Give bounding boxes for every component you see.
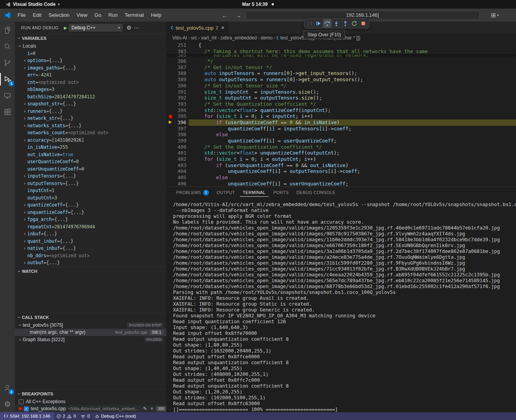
settings-gear-icon[interactable]: ⚙: [0, 396, 15, 412]
variable-row[interactable]: err = -4241: [15, 71, 166, 79]
search-icon[interactable]: [0, 38, 15, 55]
code-line[interactable]: 394 std::vector<float> quantizeCoeff(inp…: [167, 107, 516, 114]
variable-row[interactable]: out_isNative = true: [15, 151, 166, 158]
code-line[interactable]: 388 auto inputTensors = runners[0]->get_…: [167, 70, 516, 77]
variable-row[interactable]: inputCnt = 1: [15, 187, 166, 194]
start-debugging-button[interactable]: ▶: [64, 25, 67, 30]
restart-button[interactable]: [350, 19, 359, 28]
code-line[interactable]: 397 quantizeCoeff[i] = inputTensors[i]->…: [167, 126, 516, 132]
current-line-arrow-icon[interactable]: [167, 119, 175, 126]
run-and-debug-icon[interactable]: 1: [0, 71, 15, 87]
variable-row[interactable]: ›options = {...}: [15, 57, 166, 64]
code-line[interactable]: 389 auto outputTensors = runners[0]->get…: [167, 77, 516, 83]
code-line[interactable]: 406 unquantizeCoeff[i] = userUnquantizeC…: [167, 181, 516, 187]
variable-row[interactable]: ›accuracy = [1431802926]: [15, 137, 166, 144]
panel-tab-terminal[interactable]: TERMINAL: [240, 188, 269, 197]
source-control-icon[interactable]: [0, 55, 15, 71]
code-line[interactable]: 399 quantizeCoeff[i] = userQuantizeCoeff…: [167, 138, 516, 144]
code-line[interactable]: 405 else: [167, 174, 516, 181]
panel-tab-output[interactable]: OUTPUT: [214, 188, 238, 197]
breadcrumb-item[interactable]: src: [191, 35, 197, 41]
ports-status[interactable]: 0: [78, 412, 92, 420]
panel-tab-debug-console[interactable]: DEBUG CONSOLE: [293, 188, 339, 197]
variable-row[interactable]: ›inputTensors = {...}: [15, 173, 166, 180]
system-app-menu[interactable]: Visual Studio Code ▾: [5, 2, 60, 7]
code-line[interactable]: 391 size_t inputCnt = inputTensors.size(…: [167, 89, 516, 95]
code-line[interactable]: 390 /* Get in/out tensor size */: [167, 83, 516, 89]
remote-explorer-icon[interactable]: [0, 87, 15, 104]
variable-row[interactable]: nb_ddrs = <optimized out>: [15, 252, 166, 260]
variable-row[interactable]: ›quantizeCoeff = {...}: [15, 201, 166, 209]
forward-arrow-icon[interactable]: →: [236, 12, 241, 19]
variable-row[interactable]: ›images_paths = {...}: [15, 64, 166, 72]
breakpoint-dot-icon[interactable]: [167, 113, 175, 119]
continue-button[interactable]: [314, 19, 323, 28]
variable-row[interactable]: ›fpga_arch = {...}: [15, 216, 166, 223]
variables-section-header[interactable]: › VARIABLES: [15, 34, 166, 43]
edit-icon[interactable]: ✎: [142, 406, 148, 411]
stop-button[interactable]: [359, 19, 368, 28]
remote-indicator[interactable]: SSH: 192.168.1.146: [0, 412, 54, 420]
code-editor[interactable]: 385 variables that will be re-used regar…: [167, 52, 516, 187]
breakpoint-row[interactable]: All C++ Exceptions: [15, 398, 166, 405]
close-icon[interactable]: ×: [221, 25, 224, 31]
step-into-button[interactable]: [332, 19, 341, 28]
variable-row[interactable]: ›network_str = {...}: [15, 115, 166, 122]
call-stack-section-header[interactable]: › CALL STACK: [15, 313, 166, 322]
breakpoint-checkbox[interactable]: [19, 399, 24, 404]
more-actions-icon[interactable]: ⋯: [134, 25, 140, 31]
variable-row[interactable]: ›outputTensors = {...}: [15, 180, 166, 187]
layout-control[interactable]: ⊞ ▾: [491, 9, 499, 22]
call-stack-frame[interactable]: ›Graph Status [3222]PAUSED: [15, 336, 166, 343]
problems-status[interactable]: 2 0: [54, 412, 79, 420]
code-line[interactable]: 392 size_t outputCnt = outputTensors.siz…: [167, 95, 516, 101]
breakpoints-section-header[interactable]: › BREAKPOINTS: [15, 390, 166, 398]
menu-help[interactable]: Help: [147, 9, 165, 22]
menu-selection[interactable]: Selection: [45, 9, 73, 22]
code-line[interactable]: 404 unquantizeCoeff[i] = outputTensors[i…: [167, 168, 516, 174]
call-stack-frame[interactable]: main(int argc, char ** argv)test_yolov5s…: [15, 329, 166, 336]
variable-row[interactable]: i = 0: [15, 50, 166, 57]
breadcrumb-item[interactable]: vart_ml: [201, 35, 216, 41]
code-line[interactable]: 400 /* Set the Unquantization coefficien…: [167, 144, 516, 150]
gear-icon[interactable]: ⚙: [127, 25, 132, 31]
variable-row[interactable]: ›networks_stats = {...}: [15, 122, 166, 130]
accounts-icon[interactable]: 2: [0, 379, 15, 396]
variable-row[interactable]: ›inbuf = {...}: [15, 230, 166, 238]
code-line[interactable]: 401 std::vector<float> unquantizeCoeff(o…: [167, 150, 516, 156]
variable-row[interactable]: batchSize = 281474797284112: [15, 93, 166, 101]
step-over-button[interactable]: [323, 19, 332, 28]
breadcrumb-item[interactable]: zebra_embedded: [220, 35, 257, 41]
code-line[interactable]: 387 /* Get in/out tensor */: [167, 64, 516, 71]
terminal-output[interactable]: /home/root/Vitis-AI/src/vart_ml/zebra_em…: [167, 198, 516, 412]
variable-row[interactable]: ›quant_inbuf = {...}: [15, 238, 166, 245]
menu-view[interactable]: View: [73, 9, 91, 22]
code-line[interactable]: 386 */: [167, 58, 516, 64]
code-line[interactable]: 383 /* Taking a shortcut here: this demo…: [167, 48, 516, 55]
variable-row[interactable]: in_isNative = 255: [15, 144, 166, 151]
scope-locals[interactable]: › Locals: [15, 43, 166, 50]
panel-tab-problems[interactable]: PROBLEMS2: [173, 188, 212, 198]
breadcrumb-item[interactable]: Vitis-AI: [172, 35, 187, 41]
drag-handle-icon[interactable]: ⋮⋮: [306, 21, 312, 26]
watch-section-header[interactable]: › WATCH: [15, 267, 166, 276]
variable-row[interactable]: userUnquantizeCoeff = 0: [15, 166, 166, 173]
code-line[interactable]: 393 /* Set the Quantization coefficient …: [167, 101, 516, 107]
debug-status[interactable]: Debug C++ (root): [92, 412, 139, 420]
code-line[interactable]: 403 if (userUnquantizeCoeff == 0 && out_…: [167, 162, 516, 169]
menu-file[interactable]: File: [14, 9, 29, 22]
variable-row[interactable]: ›runners = {...}: [15, 108, 166, 115]
variable-row[interactable]: userQuantizeCoeff = 0: [15, 158, 166, 166]
code-line[interactable]: 402 for (size_t i = 0; i < outputCnt; i+…: [167, 156, 516, 162]
breadcrumb-item[interactable]: demo: [261, 35, 273, 41]
menu-edit[interactable]: Edit: [29, 9, 45, 22]
breakpoint-row[interactable]: ✓test_yolov5s.cpp~/Vitis-AI/src/vart_ml/…: [15, 405, 166, 412]
call-stack-frame[interactable]: ›test_yolov5s [3075]PAUSED ON STEP: [15, 322, 166, 329]
variable-row[interactable]: cnt = <optimized out>: [15, 79, 166, 86]
variable-row[interactable]: networks_count = <optimized out>: [15, 129, 166, 137]
back-arrow-icon[interactable]: ←: [222, 12, 228, 19]
editor-tab[interactable]: C test_yolov5s.cpp 2 ×: [167, 22, 229, 34]
code-line[interactable]: 251 {: [167, 42, 516, 48]
variable-row[interactable]: ›unquantizeCoeff = {...}: [15, 209, 166, 216]
menu-go[interactable]: Go: [91, 9, 105, 22]
